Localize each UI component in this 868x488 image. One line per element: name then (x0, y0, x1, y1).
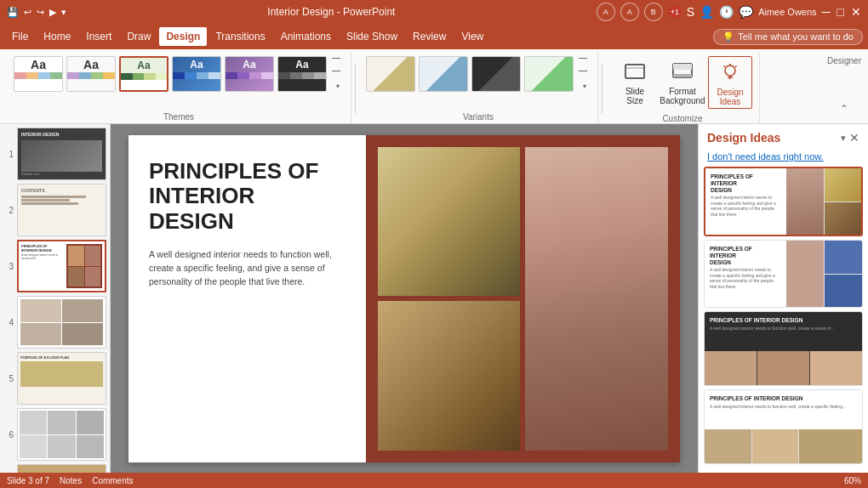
skype-icon[interactable]: S (687, 5, 694, 19)
variants-area: ▾ (366, 53, 591, 95)
slide-item-3[interactable]: 3 PRINCIPLES OF INTERIOR DESIGN A well d… (3, 240, 106, 292)
slide-count: Slide 3 of 7 (7, 476, 49, 485)
theme-4[interactable]: Aa (172, 56, 221, 92)
themes-area: Aa Aa Aa (14, 53, 344, 95)
account-icon[interactable]: 👤 (700, 5, 714, 19)
canvas-body: A well designed interior needs to functi… (149, 248, 345, 288)
di-photo-1b (786, 168, 823, 235)
customize-label: Customize (662, 112, 702, 125)
design-idea-3-heading: PRINCIPLES OF INTERIOR DESIGN (710, 317, 857, 324)
svg-rect-3 (673, 64, 692, 70)
user-name: Aimee Owens (758, 7, 816, 17)
design-ideas-chevron[interactable]: ▾ (841, 133, 846, 144)
menu-home[interactable]: Home (37, 27, 77, 46)
window-title: Interior Design - PowerPoint (66, 6, 597, 18)
design-idea-3[interactable]: PRINCIPLES OF INTERIOR DESIGN A well des… (704, 311, 863, 386)
menu-draw[interactable]: Draw (120, 27, 157, 46)
menu-insert[interactable]: Insert (79, 27, 118, 46)
di-photo-2b (786, 241, 824, 307)
variants-dropdown[interactable]: ▾ (579, 56, 591, 92)
slide-item-4[interactable]: 4 (3, 296, 106, 349)
notes-button[interactable]: Notes (60, 476, 82, 485)
design-ideas-icon (717, 59, 744, 86)
slide-item-1[interactable]: 1 INTERIOR DESIGN Subtitle text (3, 128, 106, 180)
di-photo-2c (825, 275, 862, 308)
design-idea-1[interactable]: PRINCIPLES OFINTERIORDESIGN A well desig… (704, 167, 863, 236)
design-idea-1-heading: PRINCIPLES OFINTERIORDESIGN (711, 173, 781, 193)
design-ideas-button[interactable]: Design Ideas (708, 56, 752, 109)
quick-access-toolbar[interactable]: 💾 ↩ ↪ ▶ ▾ (7, 7, 66, 18)
collapse-ribbon-icon[interactable]: ⌃ (840, 103, 848, 115)
theme-2[interactable]: Aa (66, 56, 116, 92)
design-idea-4[interactable]: PRINCIPLES OF INTERIOR DESIGN A well des… (704, 389, 863, 464)
menu-review[interactable]: Review (406, 27, 453, 46)
ribbon-sep-1 (355, 63, 356, 114)
theme-3[interactable]: Aa (119, 56, 168, 92)
di-photo-4b (752, 429, 799, 464)
di-photo-3b (757, 351, 809, 386)
menu-view[interactable]: View (454, 27, 490, 46)
menu-animations[interactable]: Animations (274, 27, 338, 46)
slide-item-5[interactable]: 5 PURPOSE OF A FLOOR PLAN (3, 352, 106, 405)
slide-size-button[interactable]: Slide Size (613, 56, 657, 107)
di-photo-4c (799, 429, 862, 464)
comments-header-icon[interactable]: 💬 (739, 5, 753, 19)
theme-default[interactable]: Aa (14, 56, 63, 92)
themes-dropdown[interactable]: ▾ (332, 56, 344, 92)
menu-transitions[interactable]: Transitions (208, 27, 271, 46)
avatar-2: A (620, 3, 639, 21)
photo-woman (525, 147, 668, 451)
menu-design[interactable]: Design (159, 27, 207, 46)
design-idea-1-inner: PRINCIPLES OFINTERIORDESIGN A well desig… (705, 168, 861, 235)
variant-1[interactable] (366, 56, 415, 92)
slide-size-label: Slide Size (625, 87, 644, 105)
slide-item-7[interactable]: 7 (3, 464, 106, 473)
minimize-icon[interactable]: ─ (822, 5, 831, 19)
di-photo-1c (825, 202, 861, 235)
menu-file[interactable]: File (5, 27, 35, 46)
variant-4[interactable] (524, 56, 574, 92)
close-icon[interactable]: ✕ (851, 5, 861, 19)
theme-6[interactable]: Aa (277, 56, 327, 92)
history-icon[interactable]: 🕐 (719, 5, 734, 19)
design-idea-3-text: PRINCIPLES OF INTERIOR DESIGN A well des… (705, 312, 862, 351)
design-idea-2-text: PRINCIPLES OFINTERIORDESIGN A well desig… (705, 241, 786, 307)
save-icon[interactable]: 💾 (7, 7, 19, 18)
photo-chair (378, 147, 521, 297)
di-photo-1a (825, 168, 861, 201)
redo-icon[interactable]: ↪ (37, 7, 44, 18)
variants-group: ▾ Variants (359, 53, 598, 123)
variant-2[interactable] (419, 56, 468, 92)
presentation-icon[interactable]: ▶ (49, 7, 56, 18)
theme-5[interactable]: Aa (225, 56, 274, 92)
menu-slideshow[interactable]: Slide Show (340, 27, 404, 46)
no-ideas-link[interactable]: I don't need ideas right now. (699, 148, 868, 163)
photo-wood (378, 301, 521, 451)
canvas-area: PRINCIPLES OF INTERIOR DESIGN A well des… (111, 124, 698, 473)
canvas-title: PRINCIPLES OF INTERIOR DESIGN (149, 159, 345, 235)
design-idea-4-photos (705, 429, 862, 464)
design-ideas-panel: Design Ideas ▾ ✕ I don't need ideas righ… (698, 124, 868, 473)
design-ideas-close[interactable]: ✕ (849, 131, 859, 145)
tell-me-input[interactable]: 💡 Tell me what you want to do (713, 29, 863, 45)
status-bar: Slide 3 of 7 Notes Comments 60% (0, 473, 868, 488)
slide-item-2[interactable]: 2 CONTENTS (3, 184, 106, 236)
format-background-button[interactable]: Format Background (660, 56, 705, 107)
others-count: +1 (668, 5, 682, 19)
di-photo-3c (810, 351, 862, 386)
design-idea-2[interactable]: PRINCIPLES OFINTERIORDESIGN A well desig… (704, 240, 863, 308)
design-idea-4-text: PRINCIPLES OF INTERIOR DESIGN A well des… (705, 390, 862, 429)
undo-icon[interactable]: ↩ (24, 7, 31, 18)
design-idea-3-photos (705, 351, 862, 386)
design-idea-3-body: A well designed interior needs to functi… (710, 326, 857, 332)
slide-item-6[interactable]: 6 (3, 408, 106, 461)
customize-area: Slide Size Format Background (613, 53, 752, 112)
window-controls[interactable]: ─ □ ✕ (822, 5, 861, 19)
svg-rect-4 (673, 74, 692, 77)
di-photo-4a (705, 429, 751, 464)
design-ideas-header: Design Ideas ▾ ✕ (699, 124, 868, 148)
variant-3[interactable] (471, 56, 521, 92)
avatar-1: A (597, 3, 615, 21)
maximize-icon[interactable]: □ (837, 5, 844, 19)
comments-button[interactable]: Comments (92, 476, 133, 485)
